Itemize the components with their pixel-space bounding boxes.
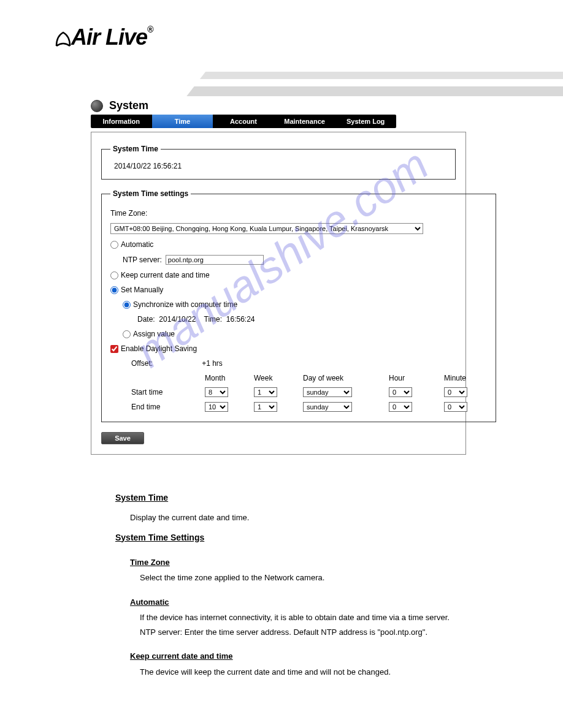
offset-value: +1 hrs [202, 359, 223, 368]
mode-automatic-label: Automatic [121, 240, 153, 249]
hdr-dow: Day of week [303, 374, 377, 382]
dst-grid: Month Week Day of week Hour Minute Start… [131, 374, 487, 412]
manual-assign-radio[interactable] [123, 330, 131, 338]
end-time-label: End time [131, 403, 193, 411]
ntp-label: NTP server: [123, 256, 162, 264]
end-minute-select[interactable]: 0 [444, 402, 467, 412]
start-month-select[interactable]: 8 [205, 387, 228, 397]
start-time-label: Start time [131, 388, 193, 396]
sync-datetime-row: Date: 2014/10/22 Time: 16:56:24 [137, 315, 487, 324]
hdr-week: Week [254, 374, 291, 382]
doc-h-auto: Automatic [130, 596, 459, 609]
tab-information[interactable]: Information [91, 115, 152, 128]
ntp-input[interactable] [166, 255, 264, 265]
doc-p-keep: The device will keep the current date an… [140, 666, 459, 678]
manual-sync-label: Synchronize with computer time [133, 300, 237, 309]
mode-manual-label: Set Manually [121, 286, 163, 294]
system-icon [91, 100, 103, 112]
brand-logo: Air Live® [55, 25, 153, 50]
dst-label: Enable Daylight Saving [121, 344, 197, 353]
header: Air Live® [0, 0, 563, 50]
start-dow-select[interactable]: sunday [303, 387, 352, 397]
hdr-hour: Hour [389, 374, 432, 382]
system-time-legend: System Time [110, 145, 161, 153]
hdr-month: Month [205, 374, 242, 382]
system-time-fieldset: System Time 2014/10/22 16:56:21 [101, 145, 456, 180]
end-week-select[interactable]: 1 [254, 402, 277, 412]
start-hour-select[interactable]: 0 [389, 387, 412, 397]
doc-p-auto: If the device has internet connectivity,… [140, 612, 459, 624]
documentation-text: System Time Display the current date and… [115, 491, 459, 678]
save-button[interactable]: Save [101, 432, 144, 444]
header-swoosh [183, 52, 563, 101]
tab-time[interactable]: Time [152, 115, 213, 128]
doc-p-tz: Select the time zone applied to the Netw… [140, 572, 459, 584]
doc-h-settings: System Time Settings [115, 531, 459, 544]
hdr-minute: Minute [444, 374, 487, 382]
start-minute-select[interactable]: 0 [444, 387, 467, 397]
end-hour-select[interactable]: 0 [389, 402, 412, 412]
time-settings-fieldset: System Time settings Time Zone: GMT+08:0… [101, 189, 496, 422]
doc-p-system-time: Display the current date and time. [130, 512, 459, 524]
doc-h-system-time: System Time [115, 491, 459, 504]
time-settings-legend: System Time settings [110, 189, 191, 198]
settings-panel: System Time 2014/10/22 16:56:21 System T… [91, 132, 466, 455]
manual-sync-radio[interactable] [123, 301, 131, 309]
dst-checkbox[interactable] [110, 345, 118, 353]
page-title-row: System [91, 99, 471, 112]
timezone-label: Time Zone: [110, 209, 147, 218]
mode-automatic-radio[interactable] [110, 241, 118, 249]
doc-h-keep: Keep current date and time [130, 650, 459, 662]
mode-keep-label: Keep current date and time [121, 271, 210, 279]
tab-account[interactable]: Account [213, 115, 274, 128]
mode-keep-radio[interactable] [110, 271, 118, 279]
doc-h-tz: Time Zone [130, 556, 459, 569]
start-week-select[interactable]: 1 [254, 387, 277, 397]
manual-assign-label: Assign value [133, 330, 175, 338]
mode-manual-radio[interactable] [110, 286, 118, 294]
tab-bar: Information Time Account Maintenance Sys… [91, 115, 396, 128]
end-month-select[interactable]: 10 [205, 402, 228, 412]
end-dow-select[interactable]: sunday [303, 402, 352, 412]
timezone-select[interactable]: GMT+08:00 Beijing, Chongqing, Hong Kong,… [110, 223, 423, 234]
offset-label: Offset: [131, 359, 153, 368]
tab-maintenance[interactable]: Maintenance [274, 115, 335, 128]
tab-system-log[interactable]: System Log [335, 115, 396, 128]
doc-p-ntp: NTP server: Enter the time server addres… [140, 626, 459, 639]
current-time-value: 2014/10/22 16:56:21 [110, 159, 446, 173]
page-title: System [109, 99, 148, 112]
